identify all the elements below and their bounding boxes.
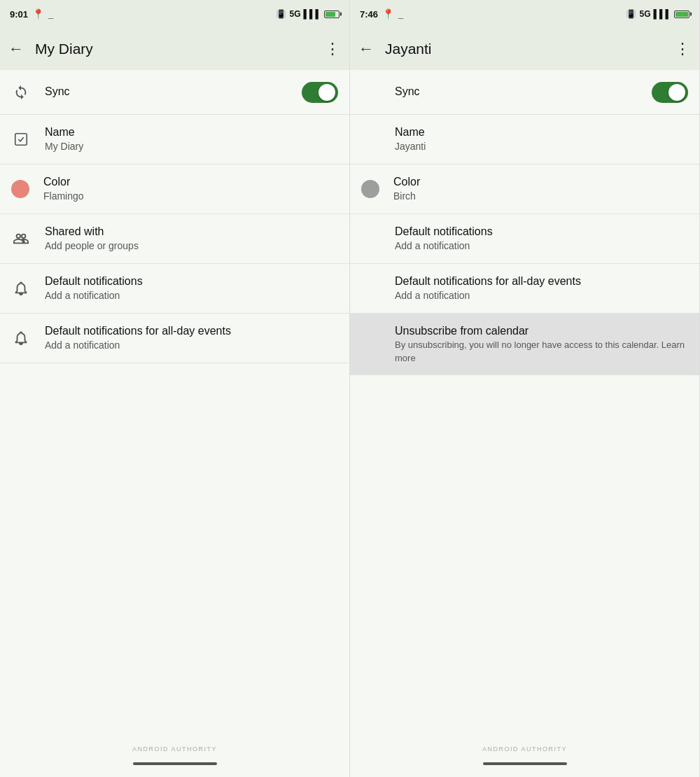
allday-item-right[interactable]: Default notifications for all-day events… — [350, 264, 699, 314]
battery-fill-right — [676, 12, 688, 17]
sync-item-right[interactable]: Sync — [350, 70, 699, 115]
unsubscribe-icon-placeholder-right — [361, 334, 381, 354]
color-title-right: Color — [393, 174, 688, 190]
unsubscribe-subtitle-right: By unsubscribing, you will no longer hav… — [395, 339, 688, 364]
status-bar-left: 9:01 📍 _ 📳 5G ▌▌▌ — [0, 0, 349, 28]
sync-icon-placeholder-right — [361, 83, 381, 102]
color-item-left[interactable]: Color Flamingo — [0, 164, 349, 214]
watermark-left: ANDROID AUTHORITY — [132, 746, 217, 752]
name-subtitle-right: Jayanti — [395, 140, 688, 154]
signal-text-right: 5G — [639, 9, 650, 19]
bell-icon-left — [11, 279, 31, 298]
notif-title-left: Default notifications — [45, 274, 338, 289]
allday-content-right: Default notifications for all-day events… — [395, 274, 688, 303]
unsubscribe-title-right: Unsubscribe from calendar — [395, 323, 688, 339]
sync-toggle-right[interactable] — [652, 82, 688, 103]
vibrate-icon-right: 📳 — [626, 9, 636, 19]
unsubscribe-content-right: Unsubscribe from calendar By unsubscribi… — [395, 323, 688, 365]
page-title-left: My Diary — [35, 41, 314, 57]
name-icon-placeholder-right — [361, 130, 381, 149]
status-icons-left: 📳 5G ▌▌▌ — [276, 9, 340, 19]
back-button-left[interactable]: ← — [8, 40, 24, 58]
left-panel: 9:01 📍 _ 📳 5G ▌▌▌ ← My Diary ⋮ Sync — [0, 0, 350, 777]
pin-icon-right: 📍 — [382, 8, 394, 20]
notif-item-left[interactable]: Default notifications Add a notification — [0, 264, 349, 314]
notif-item-right[interactable]: Default notifications Add a notification — [350, 214, 699, 264]
back-button-right[interactable]: ← — [358, 40, 374, 58]
shared-title-left: Shared with — [45, 224, 338, 239]
color-item-right[interactable]: Color Birch — [350, 164, 699, 214]
color-content-right: Color Birch — [393, 174, 688, 204]
allday-content-left: Default notifications for all-day events… — [45, 323, 338, 353]
terminal-icon-right: _ — [398, 9, 403, 20]
more-button-left[interactable]: ⋮ — [325, 40, 341, 58]
color-dot-left — [11, 180, 29, 198]
color-subtitle-right: Birch — [393, 190, 688, 204]
allday-subtitle-right: Add a notification — [395, 289, 688, 303]
sync-title-left: Sync — [45, 84, 288, 99]
battery-fill-left — [326, 12, 335, 17]
color-subtitle-left: Flamingo — [43, 190, 338, 204]
bottom-indicator-right — [483, 762, 567, 765]
battery-icon-right — [674, 10, 690, 18]
sync-content-left: Sync — [45, 84, 288, 99]
bottom-indicator-left — [133, 762, 217, 765]
status-time-left: 9:01 📍 _ — [10, 8, 53, 20]
name-title-right: Name — [395, 125, 688, 140]
app-header-right: ← Jayanti ⋮ — [350, 28, 699, 70]
color-dot-right — [361, 180, 379, 198]
notif-title-right: Default notifications — [395, 224, 688, 239]
sync-title-right: Sync — [395, 84, 638, 99]
notif-subtitle-right: Add a notification — [395, 239, 688, 253]
bottom-bar-right — [350, 756, 699, 777]
allday-subtitle-left: Add a notification — [45, 339, 338, 353]
time-left: 9:01 — [10, 9, 28, 20]
shared-item-left[interactable]: Shared with Add people or groups — [0, 214, 349, 264]
status-time-right: 7:46 📍 _ — [360, 8, 403, 20]
notif-icon-placeholder-right — [361, 229, 381, 248]
bell2-icon-left — [11, 328, 31, 348]
app-header-left: ← My Diary ⋮ — [0, 28, 349, 70]
vibrate-icon-left: 📳 — [276, 9, 286, 19]
people-icon-left — [11, 229, 31, 248]
allday-title-left: Default notifications for all-day events — [45, 323, 338, 339]
notif-subtitle-left: Add a notification — [45, 289, 338, 303]
edit-icon-left — [11, 130, 31, 149]
sync-item-left[interactable]: Sync — [0, 70, 349, 115]
terminal-icon-left: _ — [48, 9, 53, 20]
signal-text-left: 5G — [289, 9, 300, 19]
signal-bars-left: ▌▌▌ — [303, 9, 321, 19]
time-right: 7:46 — [360, 9, 378, 20]
watermark-right: ANDROID AUTHORITY — [482, 746, 567, 752]
name-item-left[interactable]: Name My Diary — [0, 115, 349, 164]
color-title-left: Color — [43, 174, 338, 190]
unsubscribe-item-right[interactable]: Unsubscribe from calendar By unsubscribi… — [350, 314, 699, 375]
name-content-left: Name My Diary — [45, 125, 338, 154]
sync-toggle-left[interactable] — [302, 82, 338, 103]
notif-content-right: Default notifications Add a notification — [395, 224, 688, 253]
color-content-left: Color Flamingo — [43, 174, 338, 204]
notif-content-left: Default notifications Add a notification — [45, 274, 338, 303]
shared-subtitle-left: Add people or groups — [45, 239, 338, 253]
name-content-right: Name Jayanti — [395, 125, 688, 154]
sync-content-right: Sync — [395, 84, 638, 99]
page-title-right: Jayanti — [385, 41, 664, 57]
name-title-left: Name — [45, 125, 338, 140]
settings-list-left: Sync Name My Diary Color Flamingo — [0, 70, 349, 756]
name-subtitle-left: My Diary — [45, 140, 338, 154]
settings-list-right: Sync Name Jayanti Color Birch Default no… — [350, 70, 699, 756]
pin-icon-left: 📍 — [32, 8, 44, 20]
sync-icon-left — [11, 83, 31, 102]
signal-bars-right: ▌▌▌ — [653, 9, 671, 19]
status-icons-right: 📳 5G ▌▌▌ — [626, 9, 690, 19]
allday-icon-placeholder-right — [361, 279, 381, 298]
more-button-right[interactable]: ⋮ — [675, 40, 691, 58]
battery-icon-left — [324, 10, 340, 18]
shared-content-left: Shared with Add people or groups — [45, 224, 338, 253]
status-bar-right: 7:46 📍 _ 📳 5G ▌▌▌ — [350, 0, 699, 28]
right-panel: 7:46 📍 _ 📳 5G ▌▌▌ ← Jayanti ⋮ Sync — [350, 0, 700, 777]
allday-item-left[interactable]: Default notifications for all-day events… — [0, 314, 349, 363]
bottom-bar-left — [0, 756, 349, 777]
name-item-right[interactable]: Name Jayanti — [350, 115, 699, 164]
svg-rect-0 — [15, 134, 27, 146]
